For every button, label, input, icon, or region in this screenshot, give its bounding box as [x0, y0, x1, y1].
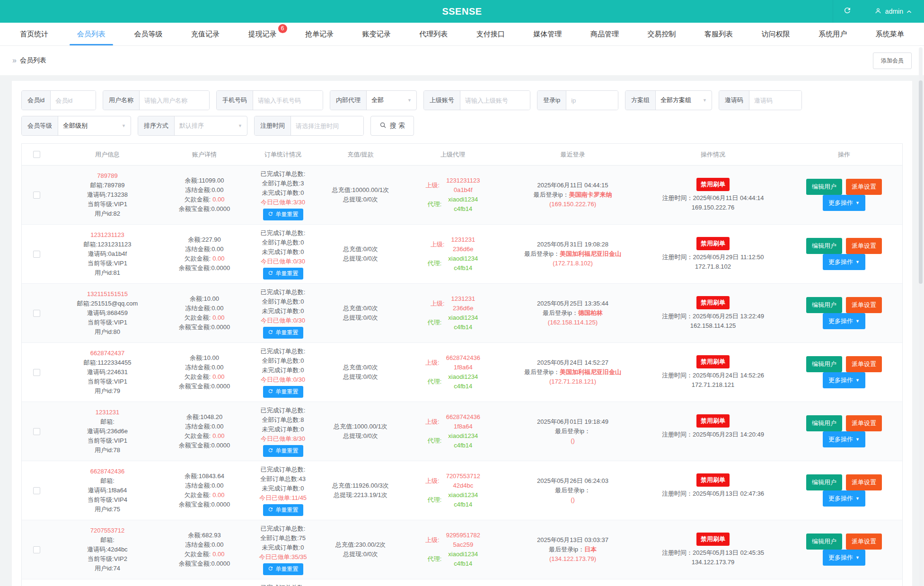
nav-tab-label: 系统用户 [818, 30, 847, 38]
dispatch-settings-button[interactable]: 派单设置 [846, 534, 882, 550]
more-actions-button[interactable]: 更多操作▼ [823, 550, 865, 566]
filter-group-row1-0: 会员id [21, 90, 96, 110]
filter-select[interactable]: 默认排序▼ [175, 116, 247, 135]
row-checkbox[interactable] [33, 546, 40, 553]
recharge-cell: 总充值:0/0次总提现:0/0次 [321, 363, 400, 382]
reset-quota-button[interactable]: 单量重置 [263, 327, 303, 339]
row-checkbox[interactable] [33, 192, 40, 199]
refresh-button[interactable] [833, 0, 862, 23]
filter-input[interactable] [253, 91, 323, 110]
more-actions-button[interactable]: 更多操作▼ [823, 254, 865, 270]
reset-quota-button[interactable]: 单量重置 [263, 563, 303, 575]
nav-tab-0[interactable]: 首页统计 [6, 23, 63, 45]
agent-lines: xiaodi1234c4fb14 [448, 550, 478, 569]
search-button[interactable]: 搜 索 [370, 116, 414, 136]
parent-group: 上级:12312311230a1b4f [400, 176, 505, 195]
nav-tab-12[interactable]: 客服列表 [690, 23, 748, 45]
row-checkbox[interactable] [33, 369, 40, 376]
filter-input[interactable] [291, 116, 363, 135]
ban-brushing-badge[interactable]: 禁用刷单 [696, 237, 730, 250]
row-checkbox[interactable] [33, 251, 40, 258]
row-checkbox[interactable] [33, 487, 40, 494]
frozen-amount: 冻结金额:0.00 [164, 304, 245, 313]
nav-tab-10[interactable]: 商品管理 [576, 23, 634, 45]
more-actions-button[interactable]: 更多操作▼ [823, 490, 865, 507]
ban-brushing-badge[interactable]: 禁用刷单 [696, 533, 730, 546]
nav-tab-11[interactable]: 交易控制 [633, 23, 690, 45]
nav-tab-13[interactable]: 访问权限 [747, 23, 804, 45]
nav-tab-5[interactable]: 抢单记录 [291, 23, 348, 45]
dispatch-settings-button[interactable]: 派单设置 [846, 415, 882, 431]
filter-select[interactable]: 全部级别▼ [58, 116, 131, 135]
add-member-button[interactable]: 添加会员 [873, 52, 912, 69]
ban-brushing-badge[interactable]: 禁用刷单 [696, 355, 730, 368]
user-uid: 用户id:78 [51, 446, 164, 455]
dispatch-settings-button[interactable]: 派单设置 [846, 297, 882, 313]
user-uid: 用户id:82 [51, 209, 164, 219]
op-status-cell: 禁用刷单注册时间：2025年06月11日 04:44:14169.150.222… [640, 178, 786, 212]
select-all-checkbox[interactable] [33, 151, 40, 158]
parent-line: 1231231 [451, 235, 475, 245]
dispatch-settings-button[interactable]: 派单设置 [846, 179, 882, 195]
user-menu[interactable]: admin [862, 0, 924, 23]
edit-user-button[interactable]: 编辑用户 [806, 474, 842, 490]
user-invite: 邀请码:713238 [51, 190, 164, 200]
reset-quota-button[interactable]: 单量重置 [263, 386, 303, 398]
filter-input[interactable] [749, 91, 801, 110]
ban-brushing-badge[interactable]: 禁用刷单 [696, 473, 730, 487]
edit-user-button[interactable]: 编辑用户 [806, 297, 842, 313]
col-header-last-login: 最近登录 [505, 150, 640, 159]
nav-tab-7[interactable]: 代理列表 [405, 23, 462, 45]
ban-brushing-badge[interactable]: 禁用刷单 [696, 296, 730, 309]
nav-tab-15[interactable]: 系统菜单 [861, 23, 918, 45]
table-header-row: 用户信息 账户详情 订单统计情况 充值/提款 上级代理 最近登录 操作情况 操作 [22, 144, 902, 166]
agent-label: 代理: [428, 495, 442, 505]
edit-user-button[interactable]: 编辑用户 [806, 179, 842, 195]
nav-tab-8[interactable]: 支付接口 [462, 23, 519, 45]
orders-total: 全部订单总数:3 [245, 179, 321, 188]
filter-input[interactable] [566, 91, 618, 110]
parent-label: 上级: [431, 240, 445, 249]
dispatch-settings-button[interactable]: 派单设置 [846, 238, 882, 254]
filter-input[interactable] [51, 91, 96, 110]
nav-tab-2[interactable]: 会员等级 [120, 23, 177, 45]
dispatch-settings-button[interactable]: 派单设置 [846, 474, 882, 490]
total-recharge: 总充值:230.00/2次 [321, 540, 400, 550]
more-actions-button[interactable]: 更多操作▼ [823, 195, 865, 211]
row-checkbox[interactable] [33, 428, 40, 435]
login-ip-line: 最后登录ip：德国柏林 [505, 308, 640, 318]
row-checkbox[interactable] [33, 310, 40, 317]
more-actions-button[interactable]: 更多操作▼ [823, 431, 865, 447]
orders-done-label: 已完成订单总数: [245, 347, 321, 356]
reset-quota-button[interactable]: 单量重置 [263, 268, 303, 280]
reset-quota-button[interactable]: 单量重置 [263, 504, 303, 516]
nav-tab-6[interactable]: 账变记录 [348, 23, 405, 45]
nav-tab-1[interactable]: 会员列表 [63, 23, 120, 45]
orders-total: 全部订单总数:0 [245, 297, 321, 306]
edit-user-button[interactable]: 编辑用户 [806, 238, 842, 254]
ban-brushing-badge[interactable]: 禁用刷单 [696, 414, 730, 428]
nav-tab-4[interactable]: 提现记录6 [234, 23, 291, 45]
edit-user-button[interactable]: 编辑用户 [806, 356, 842, 372]
reset-quota-button[interactable]: 单量重置 [263, 209, 303, 220]
filter-select[interactable]: 全部方案组▼ [656, 91, 712, 110]
nav-tab-9[interactable]: 媒体管理 [519, 23, 576, 45]
nav-tab-3[interactable]: 充值记录 [177, 23, 234, 45]
edit-user-button[interactable]: 编辑用户 [806, 415, 842, 431]
agent-line: c4fb14 [454, 323, 472, 332]
edit-user-button[interactable]: 编辑用户 [806, 534, 842, 550]
scrollbar-thumb[interactable] [919, 80, 923, 284]
filter-input[interactable] [460, 91, 530, 110]
nav-tab-label-wrap: 媒体管理 [533, 30, 562, 39]
more-actions-button[interactable]: 更多操作▼ [823, 313, 865, 329]
reset-quota-button[interactable]: 单量重置 [263, 445, 303, 457]
filter-input[interactable] [140, 91, 209, 110]
dispatch-settings-button[interactable]: 派单设置 [846, 356, 882, 372]
more-actions-button[interactable]: 更多操作▼ [823, 372, 865, 388]
nav-tab-14[interactable]: 系统用户 [804, 23, 862, 45]
filter-group-row1-2: 手机号码 [216, 90, 323, 110]
filter-select[interactable]: 全部▼ [367, 91, 416, 110]
ban-brushing-badge[interactable]: 禁用刷单 [696, 178, 730, 191]
debt-line: 欠款金额:0.00 [164, 254, 245, 263]
scrollbar[interactable] [919, 47, 923, 586]
